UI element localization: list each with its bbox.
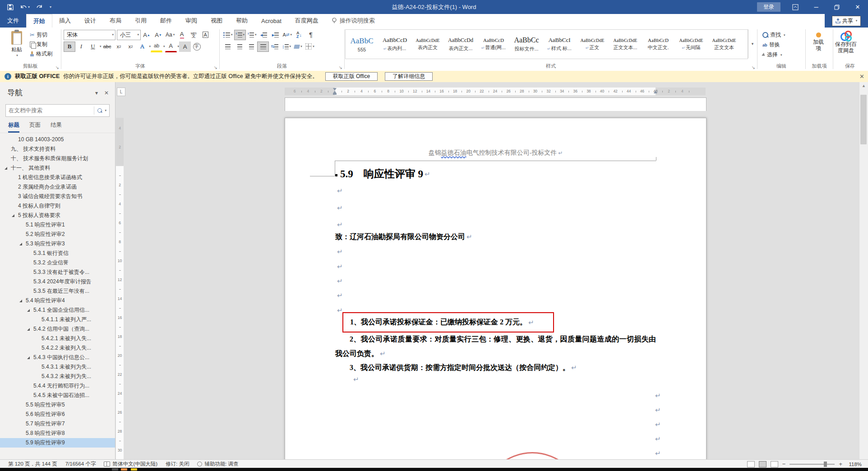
style-item[interactable]: AaBbCcDdE↵正文 — [576, 30, 609, 59]
nav-heading-item[interactable]: 5.4.2.1 未被列入失... — [0, 334, 115, 343]
underline-button[interactable]: U — [87, 42, 99, 52]
restore-button[interactable] — [826, 0, 847, 14]
grow-font-button[interactable]: A▲ — [141, 30, 152, 40]
tab-file[interactable]: 文件 — [0, 14, 26, 28]
scrollbar-thumb[interactable] — [860, 95, 867, 144]
style-item[interactable]: AaBbCcD中文正文. — [642, 30, 675, 59]
nav-heading-item[interactable]: 5.7 响应性评审7 — [0, 419, 115, 429]
nav-heading-item[interactable]: 5.1 响应性评审1 — [0, 220, 115, 230]
nav-tab-结果[interactable]: 结果 — [51, 121, 62, 133]
indent-marker[interactable] — [333, 93, 337, 95]
nav-heading-item[interactable]: 5.8 响应性评审8 — [0, 429, 115, 438]
zoom-slider-thumb[interactable] — [824, 462, 827, 467]
taskbar-app-icon[interactable] — [112, 468, 118, 471]
nav-heading-item[interactable]: 5.3 响应性评审3 — [0, 239, 115, 249]
undo-button[interactable]: ▾ — [20, 4, 30, 10]
search-icon[interactable] — [97, 108, 102, 113]
font-dialog-launcher[interactable]: ↘ — [214, 65, 217, 70]
format-painter-button[interactable]: 格式刷 — [30, 50, 60, 58]
phonetic-guide-button[interactable]: wén文 — [188, 30, 199, 40]
read-mode-button[interactable] — [747, 461, 755, 467]
nav-tab-标题[interactable]: 标题 — [8, 121, 19, 133]
nav-heading-item[interactable]: 2 亲属经商办企业承诺函 — [0, 182, 115, 192]
nav-heading-item[interactable]: 5.4.1 全国企业信用信... — [0, 305, 115, 315]
sort-button[interactable]: AZ↓ — [293, 30, 305, 40]
highlight-color-button[interactable]: ab — [151, 41, 162, 52]
paste-button[interactable]: 粘贴▾ — [4, 29, 30, 60]
nav-heading-item[interactable]: 5.4.4 无行贿犯罪行为... — [0, 381, 115, 391]
nav-heading-item[interactable]: 3 诚信合规经营要求告知书 — [0, 192, 115, 201]
web-layout-button[interactable] — [771, 461, 778, 467]
nav-heading-item[interactable]: 九、 技术支持资料 — [0, 144, 115, 154]
indent-marker[interactable] — [654, 91, 657, 93]
align-left-button[interactable] — [222, 42, 234, 52]
save-to-netdisk-button[interactable]: 保存到百度网盘 — [834, 29, 858, 54]
borders-button[interactable]: ▾ — [304, 42, 316, 52]
nav-heading-item[interactable]: 5.4.1.1 未被列入严... — [0, 315, 115, 324]
tab-开始[interactable]: 开始 — [26, 14, 52, 28]
multilevel-list-button[interactable]: 1ab▾ — [246, 30, 258, 40]
nav-heading-item[interactable]: 5.4 响应性评审4 — [0, 296, 115, 305]
addins-button[interactable]: 加载项 — [806, 29, 831, 51]
italic-button[interactable]: I — [75, 42, 87, 52]
tab-插入[interactable]: 插入 — [52, 14, 78, 28]
nav-search-box[interactable]: ▾ — [5, 104, 110, 117]
clear-formatting-button[interactable]: A — [176, 30, 188, 40]
style-item[interactable]: AaBbCcDdE表内正文 — [411, 30, 444, 59]
nav-heading-item[interactable]: 5.3.4 2024年度审计报告 — [0, 277, 115, 286]
document-page[interactable]: 盘锦益德石油电气控制技术有限公司-投标文件↵ 5.9 响应性评审 9 ↵ 致：辽… — [285, 118, 706, 459]
tab-视图[interactable]: 视图 — [204, 14, 229, 28]
language-indicator[interactable]: 简体中文(中国大陆) — [104, 461, 157, 467]
show-hide-marks-button[interactable]: ¶ — [305, 30, 317, 40]
search-input[interactable] — [6, 107, 94, 114]
nav-heading-item[interactable]: 十、 技术服务和质保期服务计划 — [0, 154, 115, 163]
copy-button[interactable]: 复制 — [30, 40, 60, 49]
save-icon[interactable] — [7, 4, 14, 10]
close-warning-icon[interactable]: ✕ — [859, 73, 864, 80]
asian-layout-button[interactable]: A⇄▾ — [282, 30, 293, 40]
style-item[interactable]: AaBbCcI↵样式 标... — [543, 30, 576, 59]
style-item[interactable]: AaBbCcD↵普通(网... — [477, 30, 510, 59]
expand-arrow-icon[interactable] — [27, 356, 30, 359]
close-button[interactable]: ✕ — [847, 0, 868, 14]
replace-button[interactable]: ab替换 — [762, 41, 805, 49]
find-button[interactable]: 查找▾ — [762, 31, 805, 39]
expand-arrow-icon[interactable] — [27, 309, 30, 312]
style-item[interactable]: AaBbCcDd表内正文... — [444, 30, 477, 59]
character-shading-button[interactable]: A — [179, 42, 191, 52]
align-center-button[interactable] — [234, 42, 245, 52]
align-right-button[interactable] — [245, 42, 257, 52]
enclose-characters-button[interactable]: 字 — [191, 42, 203, 52]
minimize-button[interactable]: ─ — [806, 0, 826, 14]
zoom-percentage[interactable]: 118% — [846, 462, 862, 467]
nav-heading-item[interactable]: 5.3.2 企业信誉 — [0, 258, 115, 268]
customize-qat-icon[interactable]: ▾ — [49, 5, 51, 9]
vertical-scrollbar[interactable]: ▲ — [859, 82, 868, 459]
tab-百度网盘[interactable]: 百度网盘 — [288, 14, 325, 28]
bullets-button[interactable]: ▾ — [222, 30, 234, 40]
word-count[interactable]: 7/16564 个字 — [65, 461, 96, 467]
paragraph-dialog-launcher[interactable]: ↘ — [339, 65, 342, 70]
ribbon-display-options-icon[interactable] — [785, 0, 806, 14]
styles-dialog-launcher[interactable]: ↘ — [752, 65, 755, 70]
expand-arrow-icon[interactable] — [5, 167, 7, 170]
nav-heading-item[interactable]: 5.4.3 中国执行信息公... — [0, 353, 115, 362]
style-item[interactable]: AaBbCcDdE↵无间隔 — [675, 30, 708, 59]
text-effects-button[interactable]: A — [137, 42, 148, 52]
nav-heading-item[interactable]: 5.3.3 没有处于被责令... — [0, 268, 115, 277]
tab-selector[interactable]: L — [117, 88, 125, 96]
nav-heading-item[interactable]: 5.4.5 未被中国石油招... — [0, 391, 115, 400]
nav-heading-item[interactable]: 5.4.3.1 未被列为失... — [0, 362, 115, 372]
share-button[interactable]: 共享▾ — [832, 16, 861, 26]
distribute-button[interactable]: ⇆ — [269, 42, 281, 52]
style-item[interactable]: AaBbCc投标文件... — [510, 30, 543, 59]
character-border-button[interactable]: A — [199, 30, 211, 40]
tell-me-search[interactable]: 操作说明搜索 — [332, 14, 375, 28]
print-layout-button[interactable] — [759, 461, 766, 467]
font-color-button[interactable]: A — [165, 41, 177, 52]
nav-heading-item[interactable]: 5.3.1 银行资信 — [0, 249, 115, 258]
nav-heading-item[interactable]: 5.4.2 信用中国（查询... — [0, 324, 115, 334]
tab-帮助[interactable]: 帮助 — [229, 14, 254, 28]
strikethrough-button[interactable]: abc — [102, 42, 113, 52]
expand-arrow-icon[interactable] — [27, 328, 30, 331]
